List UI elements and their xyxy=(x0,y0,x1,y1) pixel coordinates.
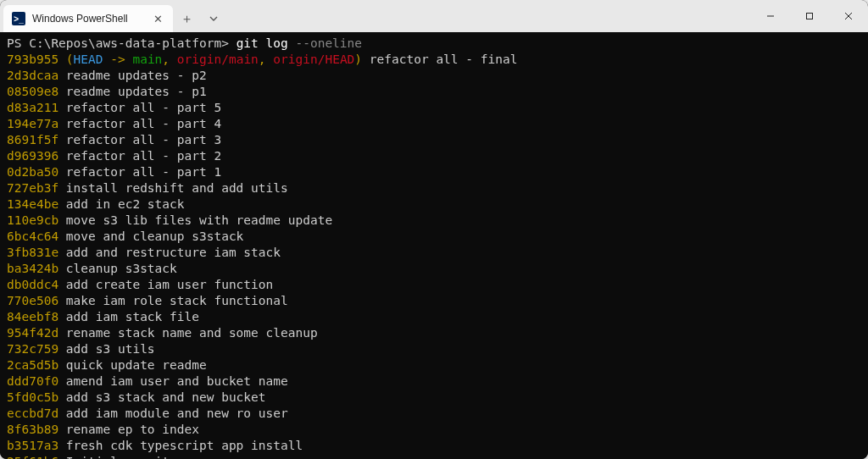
window-controls xyxy=(751,0,868,32)
terminal-line: 25f61b6 Initial commit xyxy=(7,454,861,459)
terminal-line: 2d3dcaa readme updates - p2 xyxy=(7,68,861,84)
branch-remote: origin/main xyxy=(177,53,259,66)
terminal-line: b3517a3 fresh cdk typescript app install xyxy=(7,438,861,454)
commit-message: add create iam user function xyxy=(58,278,273,291)
commit-hash: 0d2ba50 xyxy=(7,165,58,179)
terminal-line: d969396 refactor all - part 2 xyxy=(7,148,861,164)
commit-hash: 8f63b89 xyxy=(7,423,58,436)
commit-message: add in ec2 stack xyxy=(58,197,184,211)
commit-hash: 08509e8 xyxy=(7,85,58,98)
commit-message: refactor all - part 1 xyxy=(58,165,221,179)
tab-dropdown-button[interactable] xyxy=(200,5,227,32)
terminal-line: 134e4be add in ec2 stack xyxy=(7,196,861,213)
svg-rect-0 xyxy=(807,14,813,19)
terminal-line: d83a211 refactor all - part 5 xyxy=(7,100,861,116)
commit-message: add s3 stack and new bucket xyxy=(58,390,265,404)
tab-powershell[interactable]: >_ Windows PowerShell ✕ xyxy=(3,5,173,32)
tab-strip: >_ Windows PowerShell ✕ ＋ xyxy=(0,0,751,32)
branch-remote: origin/HEAD xyxy=(273,53,354,66)
commit-message: fresh cdk typescript app install xyxy=(58,439,303,452)
terminal-line: 84eebf8 add iam stack file xyxy=(7,309,861,325)
commit-message: refactor all - part 4 xyxy=(58,117,221,130)
terminal-line: 2ca5d5b quick update readme xyxy=(7,357,861,373)
commit-message: rename stack name and some cleanup xyxy=(58,326,318,340)
branch-local: main xyxy=(132,53,162,66)
commit-hash: 134e4be xyxy=(7,197,58,211)
terminal-line: 727eb3f install redshift and add utils xyxy=(7,180,861,196)
terminal-line: 110e9cb move s3 lib files with readme up… xyxy=(7,213,861,229)
commit-message: install redshift and add utils xyxy=(58,181,288,195)
tab-title: Windows PowerShell xyxy=(32,13,128,25)
commit-hash: 2ca5d5b xyxy=(7,358,58,372)
commit-hash: 770e506 xyxy=(7,294,58,307)
terminal-line: eccbd7d add iam module and new ro user xyxy=(7,406,861,422)
commit-message: amend iam user and bucket name xyxy=(58,374,288,388)
terminal-line: 194e77a refactor all - part 4 xyxy=(7,116,861,132)
commit-message: readme updates - p1 xyxy=(58,85,207,98)
terminal-line: 08509e8 readme updates - p1 xyxy=(7,84,861,100)
commit-hash: db0ddc4 xyxy=(7,278,58,291)
commit-hash: 3fb831e xyxy=(7,246,58,259)
commit-message: refactor all - part 3 xyxy=(58,133,221,147)
terminal-line: 954f42d rename stack name and some clean… xyxy=(7,325,861,341)
commit-hash: 5fd0c5b xyxy=(7,390,58,404)
terminal-line: 732c759 add s3 utils xyxy=(7,341,861,357)
head-ref: HEAD xyxy=(74,53,103,66)
maximize-button[interactable] xyxy=(790,0,829,32)
terminal-line: 6bc4c64 move and cleanup s3stack xyxy=(7,229,861,245)
commit-message: Initial commit xyxy=(58,455,170,459)
commit-message: add and restructure iam stack xyxy=(58,246,281,259)
terminal-output[interactable]: PS C:\Repos\aws-data-platform> git log -… xyxy=(0,32,868,459)
terminal-line: 8f63b89 rename ep to index xyxy=(7,422,861,438)
commit-hash: 727eb3f xyxy=(7,181,58,195)
terminal-window: >_ Windows PowerShell ✕ ＋ PS C:\Repos\aw… xyxy=(0,0,868,459)
commit-message: add iam module and new ro user xyxy=(58,406,288,420)
command-flag: --oneline xyxy=(295,36,362,50)
terminal-line: 0d2ba50 refactor all - part 1 xyxy=(7,164,861,180)
commit-message: quick update readme xyxy=(58,358,207,372)
commit-hash: 954f42d xyxy=(7,326,58,340)
new-tab-button[interactable]: ＋ xyxy=(173,5,200,32)
terminal-line: 5fd0c5b add s3 stack and new bucket xyxy=(7,390,861,406)
terminal-line: ddd70f0 amend iam user and bucket name xyxy=(7,373,861,390)
commit-message: add s3 utils xyxy=(58,342,155,356)
tab-close-button[interactable]: ✕ xyxy=(151,12,164,25)
prompt: PS C:\Repos\aws-data-platform> xyxy=(7,36,236,50)
commit-message: add iam stack file xyxy=(58,310,199,324)
commit-message: move s3 lib files with readme update xyxy=(58,213,332,227)
commit-hash: 2d3dcaa xyxy=(7,69,58,82)
commit-hash: ba3424b xyxy=(7,262,58,275)
terminal-line: db0ddc4 add create iam user function xyxy=(7,277,861,293)
commit-hash: d969396 xyxy=(7,149,58,163)
powershell-icon: >_ xyxy=(12,12,25,25)
commit-message: move and cleanup s3stack xyxy=(58,230,243,243)
commit-hash: 84eebf8 xyxy=(7,310,58,324)
titlebar: >_ Windows PowerShell ✕ ＋ xyxy=(0,0,868,32)
terminal-line: 793b955 (HEAD -> main, origin/main, orig… xyxy=(7,52,861,68)
terminal-line: PS C:\Repos\aws-data-platform> git log -… xyxy=(7,36,861,52)
commit-hash: 8691f5f xyxy=(7,133,58,147)
commit-message: make iam role stack functional xyxy=(58,294,288,307)
commit-hash: eccbd7d xyxy=(7,406,58,420)
terminal-line: 3fb831e add and restructure iam stack xyxy=(7,245,861,261)
commit-message: cleanup s3stack xyxy=(58,262,177,275)
command-text: git log xyxy=(236,36,296,50)
commit-hash: 194e77a xyxy=(7,117,58,130)
commit-hash: 25f61b6 xyxy=(7,455,58,459)
minimize-button[interactable] xyxy=(751,0,790,32)
terminal-line: 8691f5f refactor all - part 3 xyxy=(7,132,861,148)
commit-hash: 110e9cb xyxy=(7,213,58,227)
commit-hash: d83a211 xyxy=(7,101,58,114)
commit-message: refactor all - part 2 xyxy=(58,149,221,163)
commit-hash: ddd70f0 xyxy=(7,374,58,388)
terminal-line: 770e506 make iam role stack functional xyxy=(7,293,861,309)
commit-message: refactor all - part 5 xyxy=(58,101,221,114)
terminal-line: ba3424b cleanup s3stack xyxy=(7,261,861,277)
commit-hash: 793b955 xyxy=(7,53,58,66)
commit-message: refactor all - final xyxy=(362,53,517,66)
commit-message: readme updates - p2 xyxy=(58,69,207,82)
commit-hash: 6bc4c64 xyxy=(7,230,58,243)
window-close-button[interactable] xyxy=(829,0,868,32)
commit-message: rename ep to index xyxy=(58,423,199,436)
commit-hash: 732c759 xyxy=(7,342,58,356)
